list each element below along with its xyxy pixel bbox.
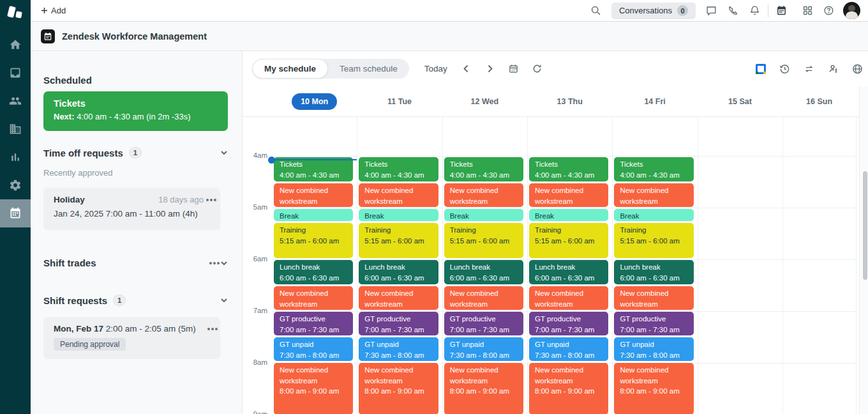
refresh-icon[interactable] [532,64,542,73]
event-lunch-break[interactable]: Lunch break6:00 am - 6:30 am [274,260,353,284]
sidebar-item-views[interactable] [0,59,31,87]
event-gt-productive[interactable]: GT productive7:00 am - 7:30 am [359,312,438,335]
scrollbar[interactable] [859,86,868,414]
day-header-15-sat[interactable]: 15 Sat [698,86,782,116]
event-tickets[interactable]: Tickets4:00 am - 4:30 am [274,157,353,181]
phone-icon[interactable] [728,5,738,16]
time-off-card[interactable]: Holiday 18 days ago Jan 24, 2025 7:00 am… [43,188,220,230]
event-gt-unpaid[interactable]: GT unpaid7:30 am - 8:00 am [274,337,353,361]
event-new-combined-workstream[interactable]: New combined workstream [529,183,608,207]
overflow-menu-icon[interactable] [207,328,210,330]
event-new-combined-workstream[interactable]: New combined workstream8:00 am - 9:00 am [614,363,693,414]
event-new-combined-workstream[interactable]: New combined workstream8:00 am - 9:00 am [274,363,353,414]
event-gt-productive[interactable]: GT productive7:00 am - 7:30 am [444,312,523,335]
event-new-combined-workstream[interactable]: New combined workstream [274,183,353,207]
event-break[interactable]: Break [444,209,523,221]
day-header-16-sun[interactable]: 16 Sun [782,86,856,116]
sidebar-item-reporting[interactable] [0,143,31,171]
sidebar-item-settings[interactable] [0,171,31,199]
sidebar-item-people[interactable] [0,87,31,115]
tab-team-schedule[interactable]: Team schedule [328,59,409,79]
event-new-combined-workstream[interactable]: New combined workstream8:00 am - 9:00 am [359,363,438,414]
day-header-13-thu[interactable]: 13 Thu [527,86,612,116]
history-icon[interactable] [779,63,790,74]
next-week-icon[interactable] [485,64,495,73]
event-title: Training [450,225,518,236]
avatar[interactable] [843,2,860,19]
event-title: New combined workstream [364,365,432,386]
zendesk-logo-icon[interactable] [6,5,24,22]
apps-grid-icon[interactable] [802,5,813,16]
reporting-icon [9,151,22,164]
event-tickets[interactable]: Tickets4:00 am - 4:30 am [614,157,693,181]
tab-my-schedule[interactable]: My schedule [252,59,328,79]
event-lunch-break[interactable]: Lunch break6:00 am - 6:30 am [444,260,523,284]
event-new-combined-workstream[interactable]: New combined workstream [444,286,523,310]
event-lunch-break[interactable]: Lunch break6:00 am - 6:30 am [529,260,608,284]
day-header-12-wed[interactable]: 12 Wed [442,86,527,116]
event-break[interactable]: Break [529,209,608,221]
event-gt-productive[interactable]: GT productive7:00 am - 7:30 am [274,312,353,335]
event-new-combined-workstream[interactable]: New combined workstream [614,183,693,207]
event-gt-productive[interactable]: GT productive7:00 am - 7:30 am [614,312,693,335]
sidebar-item-calendar[interactable] [0,199,31,227]
event-new-combined-workstream[interactable]: New combined workstream [274,286,353,310]
overflow-menu-icon[interactable] [209,262,212,264]
event-new-combined-workstream[interactable]: New combined workstream [529,286,608,310]
globe-icon[interactable] [852,63,863,74]
event-content: New combined workstream [444,183,523,207]
help-icon[interactable] [823,5,834,16]
date-picker-icon[interactable] [509,64,518,73]
conversations-button[interactable]: Conversations 0 [611,3,696,19]
calendar-product-icon[interactable] [776,5,787,16]
event-training[interactable]: Training5:15 am - 6:00 am [274,223,353,258]
add-button[interactable]: Add [41,6,66,15]
event-training[interactable]: Training5:15 am - 6:00 am [529,223,608,258]
event-gt-unpaid[interactable]: GT unpaid7:30 am - 8:00 am [444,337,523,361]
chevron-down-icon[interactable] [220,148,228,157]
event-training[interactable]: Training5:15 am - 6:00 am [359,223,438,258]
event-gt-unpaid[interactable]: GT unpaid7:30 am - 8:00 am [614,337,693,361]
event-gt-unpaid[interactable]: GT unpaid7:30 am - 8:00 am [359,337,438,361]
chevron-down-icon[interactable] [220,296,228,305]
sidebar-item-organization[interactable] [0,115,31,143]
shift-swap-icon[interactable] [828,63,839,74]
event-tickets[interactable]: Tickets4:00 am - 4:30 am [529,157,608,181]
event-lunch-break[interactable]: Lunch break6:00 am - 6:30 am [359,260,438,284]
people-icon [9,95,22,107]
overflow-menu-icon[interactable] [206,199,209,201]
scrollbar-thumb[interactable] [863,171,867,280]
today-button[interactable]: Today [424,64,447,73]
event-break[interactable]: Break [614,209,693,221]
event-lunch-break[interactable]: Lunch break6:00 am - 6:30 am [614,260,693,284]
next-shift-card[interactable]: Tickets Next: 4:00 am - 4:30 am (in 2m -… [43,91,228,131]
recurring-icon[interactable] [804,63,814,74]
bell-icon[interactable] [749,5,760,16]
shift-request-card[interactable]: Mon, Feb 17 2:00 am - 2:05 am (5m) Pendi… [43,317,220,359]
event-training[interactable]: Training5:15 am - 6:00 am [444,223,523,258]
event-new-combined-workstream[interactable]: New combined workstream8:00 am - 9:00 am [529,363,608,414]
event-break[interactable]: Break [274,209,353,221]
event-new-combined-workstream[interactable]: New combined workstream8:00 am - 9:00 am [444,363,523,414]
day-header-11-tue[interactable]: 11 Tue [357,86,442,116]
event-new-combined-workstream[interactable]: New combined workstream [359,183,438,207]
event-new-combined-workstream[interactable]: New combined workstream [444,183,523,207]
event-break[interactable]: Break [359,209,438,221]
event-content: GT unpaid7:30 am - 8:00 am [614,337,693,361]
event-new-combined-workstream[interactable]: New combined workstream [614,286,693,310]
event-training[interactable]: Training5:15 am - 6:00 am [614,223,693,258]
event-new-combined-workstream[interactable]: New combined workstream [359,286,438,310]
day-header-14-fri[interactable]: 14 Fri [612,86,697,116]
sidebar-item-home[interactable] [0,31,31,59]
event-tickets[interactable]: Tickets4:00 am - 4:30 am [359,157,438,181]
event-tickets[interactable]: Tickets4:00 am - 4:30 am [444,157,523,181]
previous-week-icon[interactable] [461,64,471,73]
event-title: New combined workstream [364,288,432,309]
google-calendar-icon[interactable] [756,64,766,74]
chat-icon[interactable] [706,5,717,16]
day-header-10-mon[interactable]: 10 Mon [272,86,357,116]
search-icon[interactable] [590,5,601,16]
event-gt-productive[interactable]: GT productive7:00 am - 7:30 am [529,312,608,335]
chevron-down-icon[interactable] [220,259,228,268]
event-gt-unpaid[interactable]: GT unpaid7:30 am - 8:00 am [529,337,608,361]
